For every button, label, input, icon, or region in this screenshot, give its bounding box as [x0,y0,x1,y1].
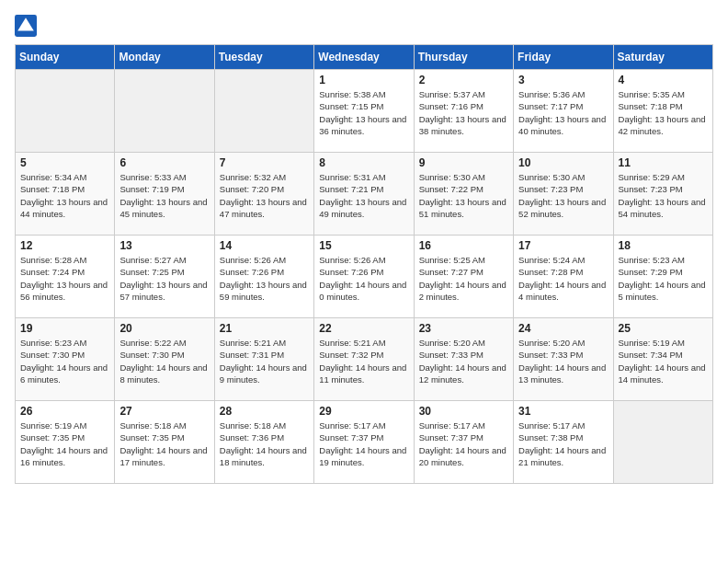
calendar-cell: 18Sunrise: 5:23 AM Sunset: 7:29 PM Dayli… [613,236,712,318]
calendar-cell: 24Sunrise: 5:20 AM Sunset: 7:33 PM Dayli… [514,318,613,401]
day-info: Sunrise: 5:36 AM Sunset: 7:17 PM Dayligh… [518,88,608,137]
day-number: 21 [220,322,309,335]
day-info: Sunrise: 5:21 AM Sunset: 7:32 PM Dayligh… [319,337,408,385]
day-info: Sunrise: 5:17 AM Sunset: 7:38 PM Dayligh… [518,419,608,468]
day-number: 12 [20,239,109,252]
day-number: 16 [419,239,508,252]
day-number: 27 [119,405,209,418]
calendar-cell: 5Sunrise: 5:34 AM Sunset: 7:18 PM Daylig… [16,153,115,236]
day-info: Sunrise: 5:18 AM Sunset: 7:35 PM Dayligh… [119,419,209,468]
logo [15,15,40,37]
calendar-cell: 8Sunrise: 5:31 AM Sunset: 7:21 PM Daylig… [314,153,414,236]
logo-icon [15,15,37,37]
day-number: 29 [319,405,408,418]
day-number: 4 [619,74,708,86]
day-number: 15 [319,239,408,252]
day-info: Sunrise: 5:19 AM Sunset: 7:34 PM Dayligh… [619,337,708,385]
header-saturday: Saturday [613,45,712,70]
calendar-cell: 17Sunrise: 5:24 AM Sunset: 7:28 PM Dayli… [514,236,613,318]
day-info: Sunrise: 5:22 AM Sunset: 7:30 PM Dayligh… [119,337,209,385]
day-number: 25 [619,322,708,335]
calendar-cell: 31Sunrise: 5:17 AM Sunset: 7:38 PM Dayli… [514,401,613,484]
calendar-cell: 26Sunrise: 5:19 AM Sunset: 7:35 PM Dayli… [16,401,115,484]
calendar-cell: 6Sunrise: 5:33 AM Sunset: 7:19 PM Daylig… [115,153,214,236]
calendar-cell: 16Sunrise: 5:25 AM Sunset: 7:27 PM Dayli… [414,236,513,318]
calendar-cell: 11Sunrise: 5:29 AM Sunset: 7:23 PM Dayli… [613,153,712,236]
calendar-cell: 7Sunrise: 5:32 AM Sunset: 7:20 PM Daylig… [214,153,313,236]
header-wednesday: Wednesday [314,45,414,70]
day-number: 23 [419,322,508,335]
day-info: Sunrise: 5:25 AM Sunset: 7:27 PM Dayligh… [419,254,508,303]
header-tuesday: Tuesday [214,45,313,70]
calendar-cell: 27Sunrise: 5:18 AM Sunset: 7:35 PM Dayli… [115,401,214,484]
day-info: Sunrise: 5:38 AM Sunset: 7:15 PM Dayligh… [319,88,408,137]
day-number: 10 [518,156,608,169]
day-info: Sunrise: 5:31 AM Sunset: 7:21 PM Dayligh… [319,171,408,220]
day-info: Sunrise: 5:17 AM Sunset: 7:37 PM Dayligh… [419,419,508,468]
day-number: 3 [518,74,608,86]
day-info: Sunrise: 5:32 AM Sunset: 7:20 PM Dayligh… [220,171,309,220]
header-monday: Monday [115,45,214,70]
calendar-cell: 10Sunrise: 5:30 AM Sunset: 7:23 PM Dayli… [514,153,613,236]
day-info: Sunrise: 5:24 AM Sunset: 7:28 PM Dayligh… [518,254,608,303]
calendar-week-row: 19Sunrise: 5:23 AM Sunset: 7:30 PM Dayli… [16,318,713,401]
day-number: 19 [20,322,109,335]
calendar-header [15,15,713,37]
day-info: Sunrise: 5:18 AM Sunset: 7:36 PM Dayligh… [220,419,309,468]
calendar-cell: 14Sunrise: 5:26 AM Sunset: 7:26 PM Dayli… [214,236,313,318]
day-info: Sunrise: 5:37 AM Sunset: 7:16 PM Dayligh… [419,88,508,137]
day-number: 26 [20,405,109,418]
day-info: Sunrise: 5:26 AM Sunset: 7:26 PM Dayligh… [220,254,309,303]
calendar-cell: 2Sunrise: 5:37 AM Sunset: 7:16 PM Daylig… [414,70,513,153]
calendar-cell: 23Sunrise: 5:20 AM Sunset: 7:33 PM Dayli… [414,318,513,401]
day-info: Sunrise: 5:33 AM Sunset: 7:19 PM Dayligh… [119,171,209,220]
days-header-row: Sunday Monday Tuesday Wednesday Thursday… [16,45,713,70]
day-info: Sunrise: 5:23 AM Sunset: 7:29 PM Dayligh… [619,254,708,303]
day-info: Sunrise: 5:19 AM Sunset: 7:35 PM Dayligh… [20,419,109,468]
day-number: 20 [119,322,209,335]
day-info: Sunrise: 5:27 AM Sunset: 7:25 PM Dayligh… [119,254,209,303]
calendar-cell: 30Sunrise: 5:17 AM Sunset: 7:37 PM Dayli… [414,401,513,484]
calendar-cell [16,70,115,153]
day-number: 7 [220,156,309,169]
calendar-cell: 9Sunrise: 5:30 AM Sunset: 7:22 PM Daylig… [414,153,513,236]
day-info: Sunrise: 5:30 AM Sunset: 7:23 PM Dayligh… [518,171,608,220]
calendar-cell: 25Sunrise: 5:19 AM Sunset: 7:34 PM Dayli… [613,318,712,401]
day-number: 14 [220,239,309,252]
day-info: Sunrise: 5:21 AM Sunset: 7:31 PM Dayligh… [220,337,309,385]
calendar-cell: 19Sunrise: 5:23 AM Sunset: 7:30 PM Dayli… [16,318,115,401]
header-thursday: Thursday [414,45,513,70]
day-number: 5 [20,156,109,169]
calendar-cell: 21Sunrise: 5:21 AM Sunset: 7:31 PM Dayli… [214,318,313,401]
day-number: 8 [319,156,408,169]
calendar-cell [613,401,712,484]
day-info: Sunrise: 5:28 AM Sunset: 7:24 PM Dayligh… [20,254,109,303]
day-info: Sunrise: 5:30 AM Sunset: 7:22 PM Dayligh… [419,171,508,220]
day-number: 30 [419,405,508,418]
day-info: Sunrise: 5:20 AM Sunset: 7:33 PM Dayligh… [419,337,508,385]
day-number: 9 [419,156,508,169]
calendar-cell: 29Sunrise: 5:17 AM Sunset: 7:37 PM Dayli… [314,401,414,484]
day-info: Sunrise: 5:34 AM Sunset: 7:18 PM Dayligh… [20,171,109,220]
calendar-cell: 4Sunrise: 5:35 AM Sunset: 7:18 PM Daylig… [613,70,712,153]
calendar-cell: 28Sunrise: 5:18 AM Sunset: 7:36 PM Dayli… [214,401,313,484]
header-sunday: Sunday [16,45,115,70]
calendar-cell: 15Sunrise: 5:26 AM Sunset: 7:26 PM Dayli… [314,236,414,318]
calendar-cell [214,70,313,153]
calendar-cell: 20Sunrise: 5:22 AM Sunset: 7:30 PM Dayli… [115,318,214,401]
day-number: 11 [619,156,708,169]
day-info: Sunrise: 5:26 AM Sunset: 7:26 PM Dayligh… [319,254,408,303]
calendar-cell: 12Sunrise: 5:28 AM Sunset: 7:24 PM Dayli… [16,236,115,318]
calendar-week-row: 12Sunrise: 5:28 AM Sunset: 7:24 PM Dayli… [16,236,713,318]
day-info: Sunrise: 5:35 AM Sunset: 7:18 PM Dayligh… [619,88,708,137]
calendar-week-row: 26Sunrise: 5:19 AM Sunset: 7:35 PM Dayli… [16,401,713,484]
calendar-cell: 3Sunrise: 5:36 AM Sunset: 7:17 PM Daylig… [514,70,613,153]
day-number: 2 [419,74,508,86]
day-info: Sunrise: 5:20 AM Sunset: 7:33 PM Dayligh… [518,337,608,385]
day-number: 22 [319,322,408,335]
day-info: Sunrise: 5:23 AM Sunset: 7:30 PM Dayligh… [20,337,109,385]
day-number: 31 [518,405,608,418]
day-number: 6 [119,156,209,169]
calendar-cell [115,70,214,153]
day-info: Sunrise: 5:29 AM Sunset: 7:23 PM Dayligh… [619,171,708,220]
